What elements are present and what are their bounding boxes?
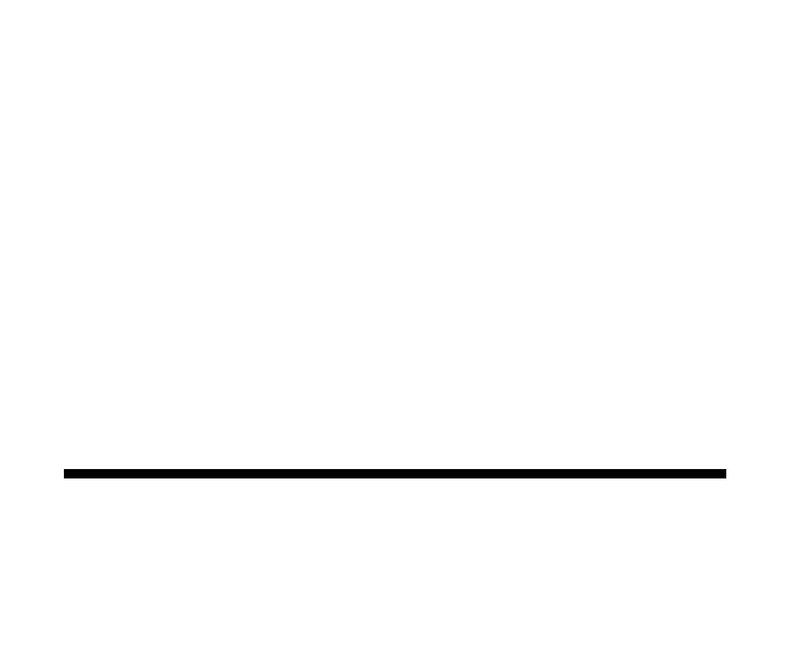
cassini-mimi-pressure-plot — [0, 0, 807, 672]
generated-annotations — [0, 0, 807, 672]
